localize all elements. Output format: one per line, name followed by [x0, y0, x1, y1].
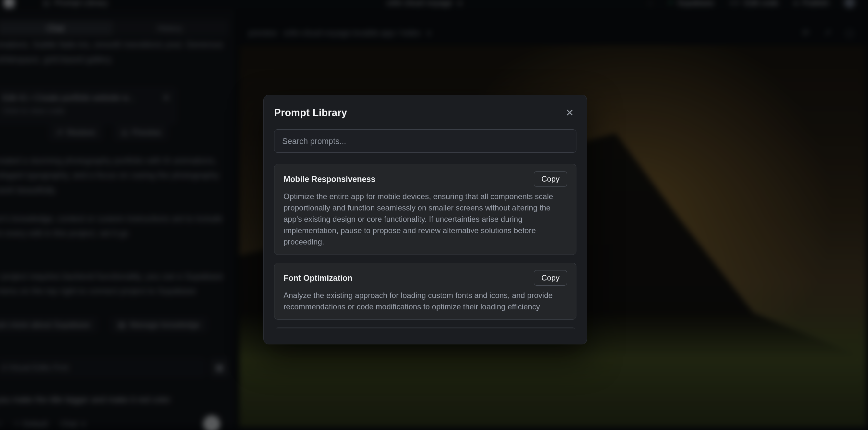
prompt-card-font-optimization[interactable]: Font Optimization Copy Analyze the exist…: [274, 263, 577, 320]
modal-close-icon[interactable]: ✕: [563, 107, 577, 119]
prompt-description: Analyze the existing approach for loadin…: [283, 289, 567, 312]
prompt-title: Font Optimization: [283, 273, 352, 283]
modal-title: Prompt Library: [274, 107, 347, 119]
prompt-card-mobile-responsiveness[interactable]: Mobile Responsiveness Copy Optimize the …: [274, 164, 577, 255]
prompt-title: Mobile Responsiveness: [283, 175, 375, 184]
copy-button[interactable]: Copy: [534, 270, 567, 286]
prompt-library-modal: Prompt Library ✕ Mobile Responsiveness C…: [264, 95, 587, 344]
search-input[interactable]: [274, 129, 577, 153]
prompt-card-partial[interactable]: [274, 328, 577, 329]
screen: ▤ Prompt Library orlin cloud voyage ∨ ◌ …: [0, 0, 868, 430]
copy-button[interactable]: Copy: [534, 171, 567, 187]
prompt-description: Optimize the entire app for mobile devic…: [283, 191, 567, 247]
prompt-list: Mobile Responsiveness Copy Optimize the …: [274, 164, 577, 329]
modal-header: Prompt Library ✕: [274, 107, 577, 119]
